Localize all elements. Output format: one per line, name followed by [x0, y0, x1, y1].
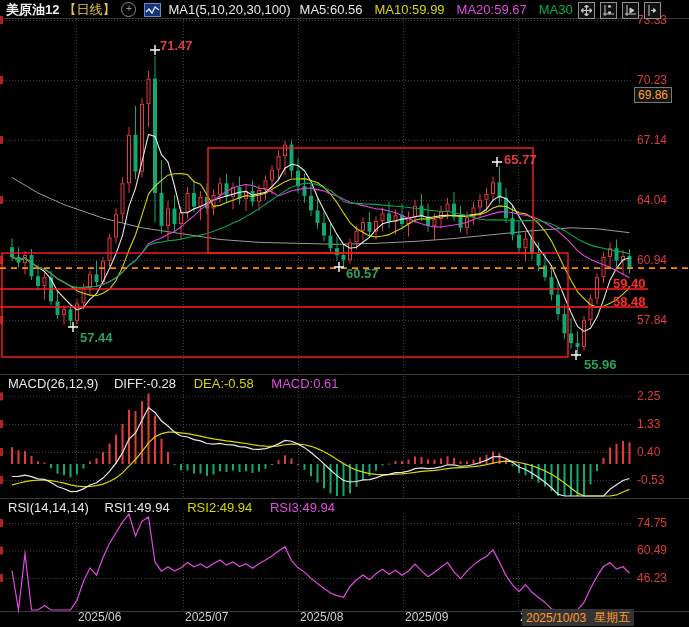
symbol-name: 美原油12: [6, 1, 59, 19]
rsi-y-axis-label: 74.75: [637, 516, 667, 530]
chart-canvas[interactable]: [0, 0, 689, 627]
macd-y-axis-label: -0.53: [637, 473, 664, 487]
x-axis-scale-icon[interactable]: [622, 2, 639, 19]
main-y-axis-label: 64.04: [637, 193, 667, 207]
ma30-value: MA30: [539, 2, 573, 17]
macd-y-axis-label: 1.33: [637, 417, 660, 431]
main-y-axis-label: 67.14: [637, 133, 667, 147]
price-marker-label: 55.96: [584, 357, 617, 372]
month-label: 2025/06: [78, 610, 121, 624]
price-badge: 69.86: [634, 87, 672, 103]
trading-chart-window: 美原油12 【日线】 + MA1(5,10,20,30,100) MA5:60.…: [0, 0, 689, 627]
chart-toolbar: [578, 2, 661, 19]
current-date: 2025/10/03: [526, 611, 586, 625]
macd-name: MACD(26,12,9): [8, 376, 98, 391]
month-label: 2025/09: [405, 610, 448, 624]
month-label: 2025/08: [300, 610, 343, 624]
rsi-name: RSI(14,14,14): [8, 500, 89, 515]
rsi-legend: RSI(14,14,14) RSI1:49.94 RSI2:49.94 RSI3…: [8, 500, 335, 515]
macd-macd-value: MACD:0.61: [271, 376, 338, 391]
ma10-value: MA10:59.99: [374, 2, 444, 17]
kline-chart-icon[interactable]: [144, 3, 161, 17]
current-weekday: 星期五: [594, 609, 630, 626]
price-marker-label: 57.44: [80, 330, 113, 345]
hline-price-label: 59.40: [613, 276, 646, 291]
hline-price-label: 58.48: [613, 294, 646, 309]
ma-settings-label: MA1(5,10,20,30,100): [168, 2, 290, 17]
ma5-value: MA5:60.56: [300, 2, 363, 17]
rsi1-value: RSI1:49.94: [105, 500, 170, 515]
price-marker-label: 71.47: [160, 38, 193, 53]
y-axis-scale-icon[interactable]: [600, 2, 617, 19]
rsi-y-axis-label: 60.49: [637, 543, 667, 557]
main-y-axis-label: 57.84: [637, 313, 667, 327]
shift-right-icon[interactable]: [644, 2, 661, 19]
macd-y-axis-label: 2.25: [637, 389, 660, 403]
add-indicator-icon[interactable]: +: [121, 2, 136, 17]
price-marker-label: 60.57: [346, 266, 379, 281]
macd-legend: MACD(26,12,9) DIFF:-0.28 DEA:-0.58 MACD:…: [8, 376, 339, 391]
price-marker-label: 65.77: [504, 152, 537, 167]
macd-dea-value: DEA:-0.58: [194, 376, 254, 391]
month-label: 2025/07: [185, 610, 228, 624]
macd-y-axis-label: 0.40: [637, 445, 660, 459]
ma20-value: MA20:59.67: [457, 2, 527, 17]
rsi2-value: RSI2:49.94: [187, 500, 252, 515]
pan-tool-icon[interactable]: [578, 2, 595, 19]
main-y-axis-label: 60.94: [637, 253, 667, 267]
rsi3-value: RSI3:49.94: [270, 500, 335, 515]
rsi-y-axis-label: 46.23: [637, 571, 667, 585]
main-y-axis-label: 70.23: [637, 73, 667, 87]
macd-diff-value: DIFF:-0.28: [114, 376, 176, 391]
period-label: 【日线】: [63, 1, 115, 19]
current-date-box[interactable]: 2025/10/03 星期五: [522, 609, 634, 626]
